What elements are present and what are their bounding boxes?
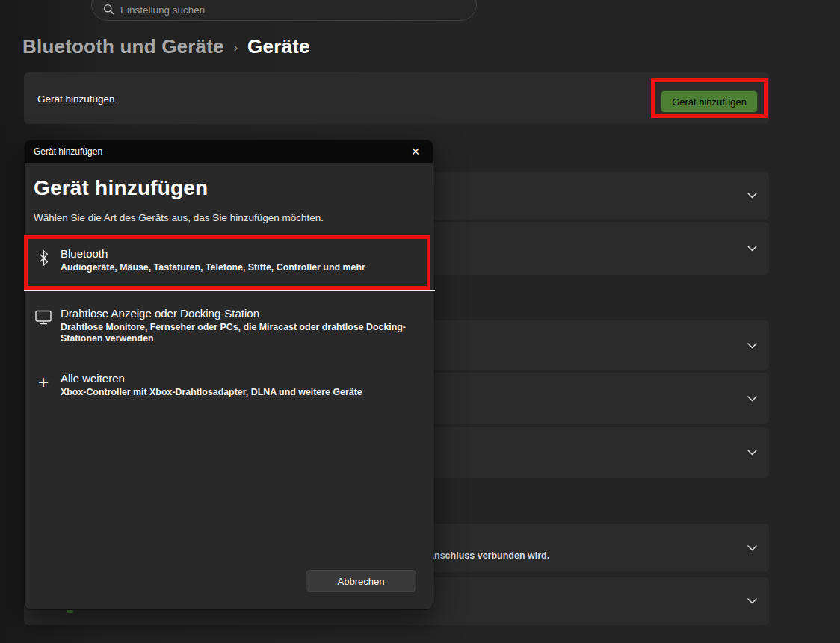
chevron-down-icon xyxy=(747,598,757,604)
page-title: Geräte xyxy=(247,35,310,58)
option-description: Audiogeräte, Mäuse, Tastaturen, Telefone… xyxy=(61,262,428,273)
dialog-subtitle: Wählen Sie die Art des Geräts aus, das S… xyxy=(34,212,324,223)
dialog-heading: Gerät hinzufügen xyxy=(34,176,208,200)
chevron-down-icon xyxy=(747,343,757,349)
close-icon[interactable]: ✕ xyxy=(406,143,425,160)
plus-icon: + xyxy=(35,374,52,391)
add-device-dialog: Gerät hinzufügen ✕ Gerät hinzufügen Wähl… xyxy=(24,140,433,610)
display-icon xyxy=(35,309,52,326)
chevron-down-icon xyxy=(747,246,757,252)
option-wireless-display[interactable]: Drahtlose Anzeige oder Docking-Station D… xyxy=(25,305,434,350)
chevron-down-icon xyxy=(747,450,757,456)
add-device-label: Gerät hinzufügen xyxy=(37,93,115,104)
dialog-titlebar: Gerät hinzufügen ✕ xyxy=(25,140,433,163)
option-title: Bluetooth xyxy=(61,247,428,260)
settings-search-box xyxy=(91,0,477,21)
option-title: Drahtlose Anzeige oder Docking-Station xyxy=(61,307,428,320)
add-device-button[interactable]: Gerät hinzufügen xyxy=(661,90,758,113)
cancel-button[interactable]: Abbrechen xyxy=(306,570,416,592)
breadcrumb-separator: › xyxy=(234,39,238,55)
row-description-fragment: Anschluss verbunden wird. xyxy=(427,550,549,561)
option-title: Alle weiteren xyxy=(61,372,428,385)
search-icon xyxy=(103,4,114,15)
breadcrumb: Bluetooth und Geräte › Geräte xyxy=(22,35,310,58)
option-description: Drahtlose Monitore, Fernseher oder PCs, … xyxy=(61,322,428,344)
add-device-row: Gerät hinzufügen Gerät hinzufügen xyxy=(24,72,769,124)
chevron-down-icon xyxy=(747,545,757,551)
search-input[interactable] xyxy=(120,1,464,19)
dialog-titlebar-title: Gerät hinzufügen xyxy=(34,146,102,157)
option-bluetooth[interactable]: Bluetooth Audiogeräte, Mäuse, Tastaturen… xyxy=(25,245,434,302)
chevron-down-icon xyxy=(747,396,757,402)
chevron-down-icon xyxy=(747,193,757,199)
breadcrumb-parent[interactable]: Bluetooth und Geräte xyxy=(22,35,224,58)
bluetooth-icon xyxy=(35,249,52,266)
settings-window: Bluetooth und Geräte › Geräte Gerät hinz… xyxy=(0,0,840,643)
option-everything-else[interactable]: + Alle weiteren Xbox-Controller mit Xbox… xyxy=(25,370,434,406)
option-description: Xbox-Controller mit Xbox-Drahtlosadapter… xyxy=(61,387,428,398)
